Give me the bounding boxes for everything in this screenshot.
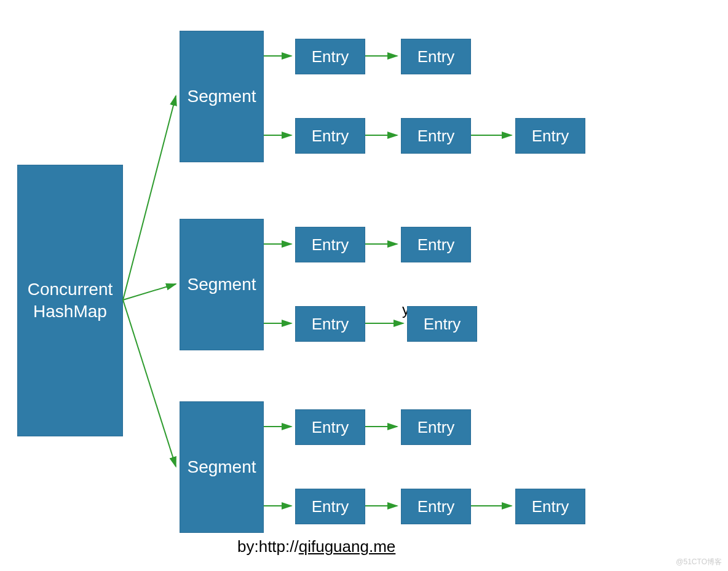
entry-box-2-0-1: Entry [401, 409, 471, 445]
segment-label-0: Segment [187, 87, 256, 106]
entry-box-0-1-2: Entry [515, 118, 585, 154]
entry-box-2-1-1: Entry [401, 489, 471, 524]
entry-box-0-1-1: Entry [401, 118, 471, 154]
watermark-text: @51CTO博客 [676, 557, 722, 567]
attribution-link[interactable]: qifuguang.me [299, 537, 396, 556]
entry-box-1-1-1: Entry [407, 306, 477, 342]
entry-box-1-1-0: Entry [295, 306, 365, 342]
svg-line-1 [123, 284, 176, 300]
entry-box-2-1-0: Entry [295, 489, 365, 524]
segment-label-2: Segment [187, 457, 256, 477]
entry-box-2-1-2: Entry [515, 489, 585, 524]
segment-box-0: Segment [180, 31, 264, 162]
entry-box-0-0-0: Entry [295, 39, 365, 74]
concurrent-hashmap-box: Concurrent HashMap [17, 165, 123, 436]
segment-label-1: Segment [187, 275, 256, 294]
entry-box-1-0-1: Entry [401, 227, 471, 262]
entry-box-0-0-1: Entry [401, 39, 471, 74]
entry-box-0-1-0: Entry [295, 118, 365, 154]
segment-box-2: Segment [180, 401, 264, 533]
svg-line-2 [123, 300, 176, 467]
root-line2: HashMap [33, 302, 107, 321]
segment-box-1: Segment [180, 219, 264, 350]
entry-box-1-0-0: Entry [295, 227, 365, 262]
root-line1: Concurrent [28, 280, 113, 299]
svg-line-0 [123, 96, 176, 300]
entry-box-2-0-0: Entry [295, 409, 365, 445]
attribution-text: by:http://qifuguang.me [237, 537, 395, 556]
